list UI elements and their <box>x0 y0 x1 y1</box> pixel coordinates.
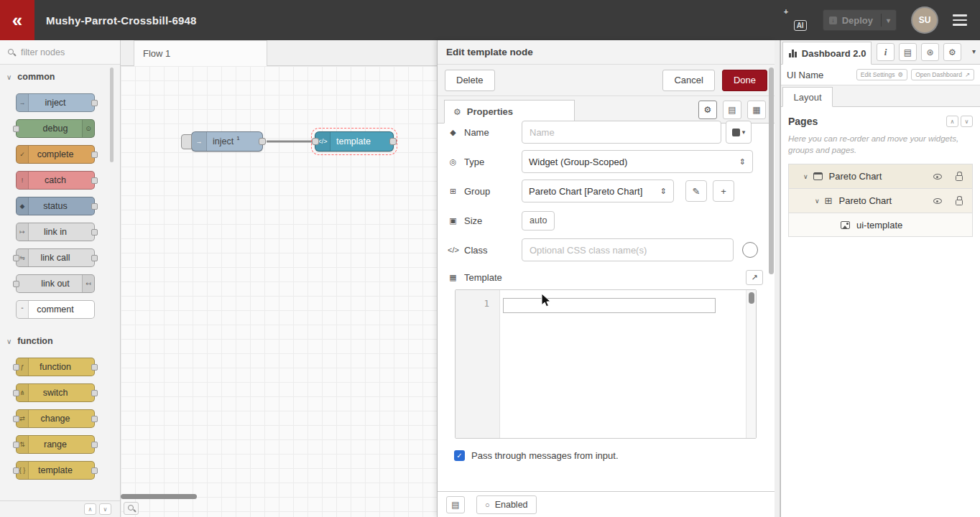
palette-section-common[interactable]: ∨ common <box>0 67 120 86</box>
palette-scrollbar[interactable] <box>110 67 114 162</box>
palette-node-link-out[interactable]: ↤ link out <box>16 274 95 293</box>
node-port <box>13 467 19 474</box>
size-button[interactable]: auto <box>522 211 555 230</box>
header: « Mushy-Parrot-Crossbill-6948 + AI ↓ Dep… <box>0 0 980 40</box>
debug-sidebar-button[interactable]: ⊛ <box>921 43 939 61</box>
config-sidebar-button[interactable]: ⚙ <box>943 43 961 61</box>
name-input[interactable] <box>522 121 721 144</box>
delete-button[interactable]: Delete <box>445 70 495 91</box>
tree-row-page[interactable]: ∨ Pareto Chart <box>789 164 972 189</box>
palette-search-input[interactable] <box>21 47 107 57</box>
properties-view-button[interactable]: ⚙ <box>698 101 717 119</box>
enabled-toggle-button[interactable]: ○ Enabled <box>476 495 537 514</box>
eye-icon <box>933 172 943 181</box>
template-label: Template <box>464 272 502 283</box>
editor-scrollbar[interactable] <box>746 290 756 438</box>
user-avatar[interactable]: SU <box>912 8 937 32</box>
tree-row-widget[interactable]: ui-template <box>789 213 972 236</box>
appearance-view-button[interactable]: ▦ <box>747 101 766 119</box>
template-code-editor[interactable]: 1 <box>455 289 757 439</box>
palette-footer: ∧ ∨ <box>0 500 120 517</box>
palette-node-link-in[interactable]: ↦ link in <box>16 223 95 241</box>
inject-trigger-button[interactable] <box>181 134 192 149</box>
type-select[interactable]: Widget (Group-Scoped) ⇕ <box>522 150 753 173</box>
lock-button[interactable] <box>952 195 966 207</box>
node-port <box>13 255 19 261</box>
node-port <box>13 364 19 371</box>
palette-node-status[interactable]: ◆ status <box>16 197 95 215</box>
collapse-pages-button[interactable]: ∧ <box>946 116 958 127</box>
palette-node-template[interactable]: { } template <box>16 461 95 480</box>
palette-node-function[interactable]: ƒ function <box>16 358 95 376</box>
tree-row-group[interactable]: ∨ ⊞ Pareto Chart <box>789 189 972 213</box>
edit-group-button[interactable]: ✎ <box>685 180 707 202</box>
sidebar-more-caret-icon[interactable]: ▾ <box>972 47 976 55</box>
add-group-button[interactable]: + <box>713 180 734 202</box>
palette-node-switch[interactable]: ⋔ switch <box>16 383 95 402</box>
fx-button[interactable] <box>742 242 758 258</box>
link-in-icon: ↦ <box>19 228 25 236</box>
dialog-scrollbar[interactable] <box>769 67 774 274</box>
canvas-search-button[interactable] <box>124 502 139 515</box>
visibility-button[interactable] <box>930 195 945 207</box>
node-palette: ∨ common → inject ⊙ debug ✓ complete ! c… <box>0 40 121 517</box>
open-dashboard-button[interactable]: Open Dashboard ↗ <box>911 69 974 80</box>
visibility-button[interactable] <box>930 170 945 182</box>
palette-node-comment[interactable]: “ comment <box>16 300 95 319</box>
ai-assistant-button[interactable]: + AI <box>784 9 807 31</box>
inject-node[interactable]: → inject 1 <box>191 131 263 152</box>
help-sidebar-button[interactable]: ▤ <box>899 43 917 61</box>
done-button[interactable]: Done <box>722 70 767 91</box>
palette-node-inject[interactable]: → inject <box>16 93 95 112</box>
palette-node-change[interactable]: ⇄ change <box>16 409 95 428</box>
info-sidebar-button[interactable]: i <box>877 43 895 61</box>
output-port[interactable] <box>389 138 397 145</box>
widget-label: ui-template <box>856 220 902 230</box>
main-menu-icon[interactable] <box>953 14 967 26</box>
tab-flow-1[interactable]: Flow 1 <box>134 40 267 66</box>
gear-icon: ⚙ <box>453 107 461 117</box>
deploy-button[interactable]: ↓ Deploy ▾ <box>823 9 897 31</box>
canvas-horizontal-scrollbar[interactable] <box>121 494 197 499</box>
node-docs-button[interactable]: ▤ <box>446 496 465 513</box>
tag-icon: ◆ <box>448 128 458 137</box>
lock-icon <box>956 196 963 205</box>
template-node-selected[interactable]: </> template <box>315 131 394 152</box>
deploy-options-caret-icon[interactable]: ▾ <box>887 17 890 24</box>
lock-icon <box>956 172 963 181</box>
description-view-button[interactable]: ▤ <box>723 101 741 119</box>
node-red-logo-icon[interactable]: « <box>0 0 34 40</box>
collapse-all-button[interactable]: ∧ <box>84 503 96 515</box>
chevron-down-icon[interactable]: ∨ <box>815 197 820 205</box>
inject-icon: → <box>196 138 203 145</box>
palette-node-complete[interactable]: ✓ complete <box>16 145 95 164</box>
palette-node-link-call[interactable]: ⇋ link call <box>16 248 95 267</box>
group-select[interactable]: Pareto Chart [Pareto Chart] ⇕ <box>522 180 674 202</box>
input-port[interactable] <box>312 138 319 145</box>
select-arrows-icon: ⇕ <box>660 187 667 196</box>
expand-all-button[interactable]: ∨ <box>99 503 111 515</box>
palette-node-range[interactable]: ⇅ range <box>16 435 95 454</box>
output-port[interactable] <box>259 138 266 145</box>
flow-canvas[interactable]: → inject 1 </> template <box>121 66 437 517</box>
palette-section-function[interactable]: ∨ function <box>0 332 120 350</box>
editor-active-line[interactable] <box>503 298 716 313</box>
tab-dashboard-2[interactable]: Dashboard 2.0 <box>782 42 872 65</box>
cancel-button[interactable]: Cancel <box>662 70 714 91</box>
class-input[interactable] <box>522 238 734 261</box>
passthrough-checkbox[interactable]: ✓ <box>454 450 465 461</box>
check-icon: ✓ <box>456 452 462 460</box>
edit-settings-button[interactable]: Edit Settings ⚙ <box>856 69 907 80</box>
change-icon: ⇄ <box>19 415 25 422</box>
expand-editor-button[interactable]: ↗ <box>746 270 763 285</box>
lock-button[interactable] <box>952 170 966 182</box>
label-options-button[interactable]: ▾ <box>726 121 752 144</box>
select-arrows-icon: ⇕ <box>739 157 746 167</box>
sidebar-splitter[interactable] <box>775 40 780 517</box>
palette-node-debug[interactable]: ⊙ debug <box>16 119 95 138</box>
tab-layout[interactable]: Layout <box>782 87 833 107</box>
palette-node-catch[interactable]: ! catch <box>16 171 95 190</box>
expand-pages-button[interactable]: ∨ <box>961 116 973 127</box>
chevron-down-icon[interactable]: ∨ <box>803 173 808 180</box>
editor-gutter: 1 <box>456 290 500 438</box>
